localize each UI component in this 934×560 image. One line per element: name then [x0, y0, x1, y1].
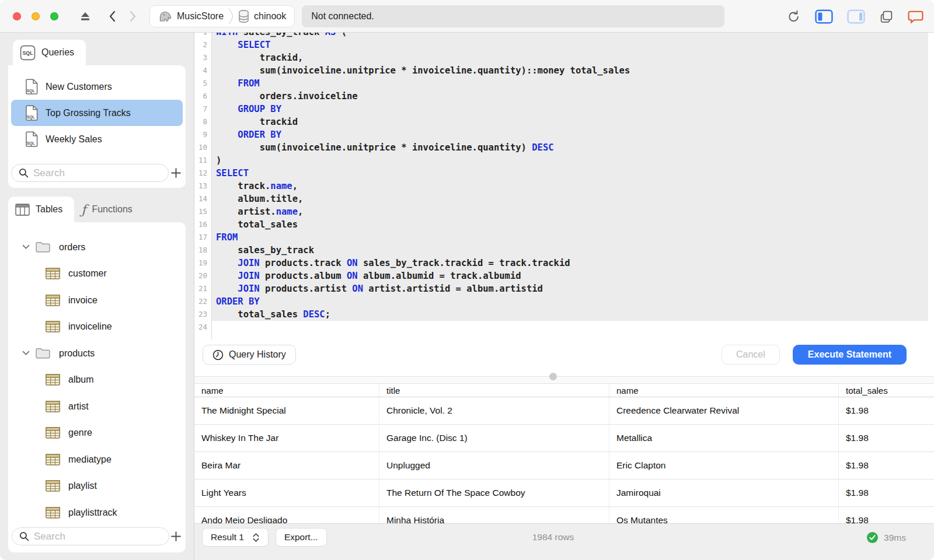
- result-cell[interactable]: Creedence Clearwater Revival: [609, 397, 839, 425]
- result-cell[interactable]: $1.98: [839, 425, 934, 452]
- result-cell[interactable]: Jamiroquai: [609, 480, 839, 507]
- windows-icon[interactable]: [879, 9, 894, 24]
- result-row[interactable]: Beira MarUnpluggedEric Clapton$1.98: [194, 452, 934, 480]
- close-button[interactable]: [13, 12, 21, 20]
- pane-splitter[interactable]: [194, 370, 934, 384]
- result-cell[interactable]: Eric Clapton: [609, 452, 839, 480]
- traffic-lights: [13, 12, 58, 20]
- splitter-band: [194, 376, 934, 384]
- result-cell[interactable]: The Return Of The Space Cowboy: [379, 480, 609, 507]
- table-name: genre: [68, 428, 92, 438]
- add-table-button[interactable]: [169, 531, 182, 542]
- tab-tables[interactable]: Tables: [8, 197, 74, 222]
- database-name: chinook: [254, 11, 286, 22]
- minimize-button[interactable]: [32, 12, 40, 20]
- cancel-button[interactable]: Cancel: [722, 345, 780, 365]
- result-cell[interactable]: $1.98: [839, 452, 934, 480]
- code-line: WITH sales_by_track AS (: [212, 33, 928, 38]
- breadcrumb-database[interactable]: chinook: [238, 9, 286, 23]
- result-cell[interactable]: Light Years: [194, 480, 379, 507]
- result-cell[interactable]: Minha História: [379, 507, 609, 523]
- result-row[interactable]: The Midnight SpecialChronicle, Vol. 2Cre…: [194, 397, 934, 425]
- column-header[interactable]: total_sales: [839, 384, 934, 397]
- result-cell[interactable]: Metallica: [609, 425, 839, 452]
- feedback-chat-icon[interactable]: [908, 9, 923, 24]
- table-item[interactable]: artist: [8, 393, 186, 420]
- back-icon[interactable]: [109, 10, 116, 22]
- result-cell[interactable]: $1.98: [839, 507, 934, 523]
- table-name: invoiceline: [68, 321, 112, 332]
- tables-search-input[interactable]: [34, 531, 163, 542]
- result-cell[interactable]: Os Mutantes: [609, 507, 839, 523]
- result-row[interactable]: Light YearsThe Return Of The Space Cowbo…: [194, 480, 934, 507]
- search-icon: [19, 531, 29, 541]
- column-header[interactable]: name: [609, 384, 839, 397]
- function-icon: ƒ: [81, 202, 86, 217]
- svg-text:SQL: SQL: [27, 115, 35, 120]
- result-cell[interactable]: $1.98: [839, 480, 934, 507]
- sql-editor[interactable]: 123456789101112131415161718192021222324 …: [194, 33, 934, 340]
- chevron-down-icon[interactable]: [22, 351, 30, 356]
- table-item[interactable]: customer: [8, 261, 186, 288]
- result-cell[interactable]: Unplugged: [379, 452, 609, 480]
- sql-file-icon: SQL: [25, 79, 39, 94]
- column-header[interactable]: name: [194, 384, 379, 397]
- schema-folder[interactable]: orders: [8, 234, 186, 261]
- result-cell[interactable]: Whiskey In The Jar: [194, 425, 379, 452]
- result-row[interactable]: Ando Meio DesligadoMinha HistóriaOs Muta…: [194, 507, 934, 523]
- query-list-item[interactable]: SQLWeekly Sales: [11, 126, 183, 152]
- code-line: trackid,: [212, 51, 928, 64]
- add-query-button[interactable]: [169, 167, 183, 178]
- table-icon: [46, 480, 60, 492]
- result-row[interactable]: Whiskey In The JarGarage Inc. (Disc 1)Me…: [194, 425, 934, 452]
- table-name: invoice: [68, 295, 97, 306]
- table-item[interactable]: mediatype: [8, 446, 186, 473]
- breadcrumb-connection[interactable]: MusicStore: [158, 10, 224, 23]
- table-name: mediatype: [68, 454, 111, 465]
- code-line: GROUP BY: [212, 103, 928, 116]
- result-cell[interactable]: Ando Meio Desligado: [194, 507, 379, 523]
- disconnect-eject-icon[interactable]: [79, 11, 91, 22]
- result-cell[interactable]: Garage Inc. (Disc 1): [379, 425, 609, 452]
- schema-folder[interactable]: products: [8, 340, 186, 367]
- query-list-item[interactable]: SQLNew Customers: [11, 74, 183, 100]
- toggle-right-sidebar-icon[interactable]: [847, 9, 865, 24]
- refresh-icon[interactable]: [786, 9, 801, 24]
- query-list-item[interactable]: SQLTop Grossing Tracks: [11, 100, 183, 126]
- result-cell[interactable]: The Midnight Special: [194, 397, 379, 425]
- results-body: The Midnight SpecialChronicle, Vol. 2Cre…: [194, 397, 934, 523]
- table-item[interactable]: invoice: [8, 287, 186, 314]
- table-name: playlisttrack: [68, 508, 117, 518]
- line-number: 23: [194, 308, 207, 321]
- table-item[interactable]: album: [8, 367, 186, 394]
- tables-panel: orderscustomerinvoiceinvoicelineproducts…: [8, 222, 186, 552]
- tab-functions[interactable]: ƒ Functions: [74, 197, 144, 222]
- column-header[interactable]: title: [379, 384, 609, 397]
- database-icon: [238, 9, 249, 23]
- line-number: 11: [194, 154, 207, 167]
- table-item[interactable]: playlist: [8, 473, 186, 500]
- forward-icon[interactable]: [130, 10, 137, 22]
- line-number: 6: [194, 90, 207, 103]
- zoom-button[interactable]: [50, 12, 58, 20]
- query-name: Weekly Sales: [46, 134, 102, 145]
- table-item[interactable]: invoiceline: [8, 314, 186, 341]
- query-history-button[interactable]: Query History: [203, 345, 296, 365]
- line-number: 7: [194, 103, 207, 116]
- result-cell[interactable]: Beira Mar: [194, 452, 379, 480]
- tab-queries[interactable]: SQL Queries: [13, 40, 86, 65]
- queries-search-input[interactable]: [33, 167, 162, 179]
- code-area[interactable]: WITH sales_by_track AS ( SELECT trackid,…: [212, 33, 934, 340]
- table-item[interactable]: playlisttrack: [8, 499, 186, 526]
- chevron-down-icon[interactable]: [22, 244, 30, 250]
- toggle-left-sidebar-icon[interactable]: [815, 9, 833, 24]
- result-cell[interactable]: $1.98: [839, 397, 934, 425]
- query-list: SQLNew CustomersSQLTop Grossing TracksSQ…: [11, 74, 183, 152]
- result-cell[interactable]: Chronicle, Vol. 2: [379, 397, 609, 425]
- line-number: 13: [194, 180, 207, 192]
- line-number: 24: [194, 321, 207, 334]
- table-item[interactable]: genre: [8, 420, 186, 447]
- splitter-handle-icon[interactable]: [549, 373, 557, 380]
- execute-statement-button[interactable]: Execute Statement: [793, 345, 907, 365]
- code-line: SELECT: [212, 38, 928, 51]
